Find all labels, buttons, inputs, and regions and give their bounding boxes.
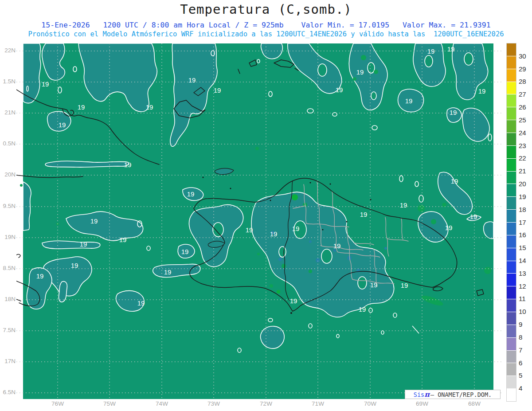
colorbar-segment	[507, 56, 516, 69]
colorbar-segment	[507, 223, 516, 235]
sispi-onamet-badge: Sisπ – ONAMET/REP.DOM.	[405, 390, 501, 399]
colorbar-segment	[507, 43, 516, 56]
contour-label: 19	[90, 217, 98, 225]
contour-label: 19	[445, 224, 453, 231]
colorbar-tick-label: 17	[519, 219, 532, 226]
colorbar-tick-label: 28	[519, 78, 532, 85]
lat-tick-label: 9.5N	[1, 203, 16, 209]
colorbar-segment	[507, 197, 516, 210]
lon-tick-label: 76W	[49, 400, 66, 407]
contour-label: 19	[137, 299, 145, 307]
temperature-colorbar	[507, 43, 516, 401]
colorbar-segment	[507, 235, 516, 248]
sispi-logo-text: Sis	[414, 391, 424, 398]
colorbar-segment	[507, 94, 516, 107]
contour-label: 19	[188, 76, 196, 84]
colorbar-tick-label: 18	[519, 206, 532, 213]
colorbar-segment	[507, 338, 516, 351]
lat-tick-label: 18N	[1, 296, 16, 302]
colorbar-segment	[507, 248, 516, 261]
colorbar-tick-label: 8	[519, 333, 532, 341]
weather-map-page: { "header": { "title": "Temperatura (C,s…	[0, 0, 532, 411]
colorbar-tick-label: 21	[519, 167, 532, 175]
contour-label: 19	[78, 103, 85, 111]
contour-label: 19	[36, 272, 44, 280]
colorbar-tick-label: 23	[519, 142, 532, 149]
contour-label: 19	[451, 177, 458, 185]
contour-label: 19	[400, 201, 407, 209]
lon-tick-label: 75W	[101, 400, 118, 407]
pi-symbol: π	[424, 392, 430, 397]
model-init-line: Pronóstico con el Modelo Atmósferico WRF…	[0, 30, 532, 38]
lon-tick-label: 71W	[309, 400, 327, 407]
colorbar-tick-label: 4	[519, 384, 532, 392]
contour-label: 19	[401, 282, 408, 289]
colorbar-tick-label: 5	[519, 372, 532, 379]
contour-label: 19	[290, 297, 297, 305]
contour-label: 19	[146, 103, 153, 111]
colorbar-tick-label: 15	[519, 244, 532, 251]
colorbar-segment	[507, 146, 516, 159]
colorbar-segment	[507, 325, 516, 338]
map-plot-area: 1919191919191919191919191919191919191919…	[16, 43, 503, 399]
colorbar-tick-label: 22	[519, 154, 532, 162]
colorbar-tick-label: 12	[519, 282, 532, 290]
colorbar-segment	[507, 107, 516, 120]
colorbar-segment	[507, 172, 516, 184]
lat-tick-label: 20N	[1, 171, 16, 178]
contour-label: 19	[214, 86, 221, 94]
colorbar-tick-label: 20	[519, 180, 532, 188]
lat-tick-label: 21N	[1, 109, 16, 116]
contour-label: 19	[270, 230, 278, 238]
lon-tick-label: 69W	[413, 400, 431, 407]
lon-tick-label: 73W	[205, 400, 223, 407]
lat-tick-label: 17N	[1, 358, 16, 364]
contour-label: 19	[470, 213, 477, 220]
lon-tick-label: 68W	[466, 400, 483, 407]
colorbar-segment	[507, 274, 516, 286]
colorbar-segment	[507, 210, 516, 223]
colorbar-tick-label: 7	[519, 346, 532, 354]
contour-label: 19	[405, 97, 413, 105]
lat-tick-label: 7.5N	[1, 327, 16, 333]
lon-tick-label: 74W	[153, 400, 171, 407]
contour-label: 19	[119, 236, 127, 243]
page-title: Temperatura (C,somb.)	[0, 2, 532, 17]
lon-tick-label: 72W	[257, 400, 275, 407]
colorbar-tick-label: 24	[519, 129, 532, 137]
contour-label: 19	[246, 226, 253, 234]
contour-label: 19	[124, 161, 132, 168]
contour-label: 19	[447, 45, 455, 53]
colorbar-tick-label: 25	[519, 116, 532, 124]
contour-label: 19	[59, 121, 66, 129]
contour-label: 19	[71, 262, 78, 269]
colorbar-segment	[507, 133, 516, 146]
colorbar-segment	[507, 376, 516, 389]
colorbar-segment	[507, 389, 516, 401]
lat-tick-label: 0.5N	[1, 140, 16, 147]
contour-label: 19	[187, 190, 195, 198]
colorbar-tick-label: 16	[519, 231, 532, 239]
colorbar-tick-label: 9	[519, 321, 532, 328]
lat-tick-label: 22N	[1, 47, 16, 54]
lat-tick-label: 19N	[1, 234, 16, 240]
contour-label: 19	[370, 281, 378, 289]
org-label: – ONAMET/REP.DOM.	[430, 391, 492, 398]
contour-label: 19	[164, 268, 172, 276]
colorbar-segment	[507, 363, 516, 376]
contour-label: 19	[450, 109, 457, 116]
colorbar-segment	[507, 82, 516, 95]
contour-label: 19	[292, 225, 300, 232]
contour-label: 19	[336, 86, 343, 94]
colorbar-tick-label: 13	[519, 270, 532, 277]
contour-label: 19	[42, 80, 49, 88]
colorbar-segment	[507, 299, 516, 312]
colorbar-segment	[507, 159, 516, 172]
colorbar-segment	[507, 184, 516, 197]
forecast-valid-line: 15-Ene-2026 1200 UTC / 8:00 am Hora Loca…	[0, 21, 532, 29]
colorbar-tick-label: 29	[519, 65, 532, 73]
colorbar-segment	[507, 312, 516, 325]
contour-label: 19	[181, 248, 189, 255]
contour-label: 19	[356, 68, 364, 76]
colorbar-tick-label: 14	[519, 257, 532, 264]
